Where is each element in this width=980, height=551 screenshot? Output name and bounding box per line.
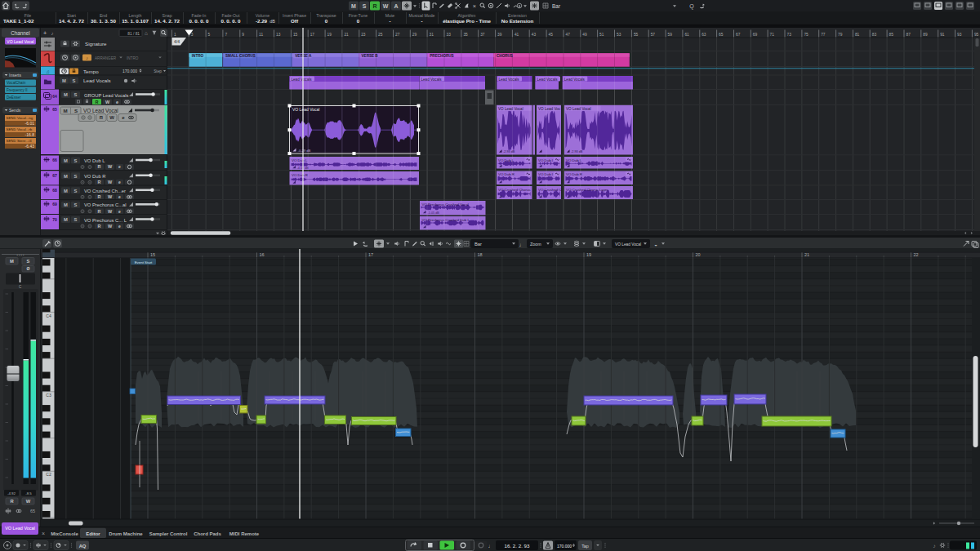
svg-text:51: 51 [599,32,604,36]
svg-text:Lead Vocals: Lead Vocals [499,77,520,81]
svg-text:21: 21 [804,252,809,257]
svg-text:W: W [105,99,110,104]
svg-text:0. 0. 0. 0: 0. 0. 0. 0 [220,18,241,24]
svg-text:20: 20 [696,252,701,257]
svg-text:Ø: Ø [26,266,29,271]
svg-text:Event Start: Event Start [135,260,153,264]
svg-text:SEND Vocal...rb: SEND Vocal...rb [7,127,33,131]
svg-text:×: × [473,2,476,10]
svg-text:VO Crushed Ch...er: VO Crushed Ch...er [84,188,126,193]
svg-text:S: S [74,202,78,207]
svg-text:Signature: Signature [85,41,107,47]
svg-text:14. 4. 2. 72: 14. 4. 2. 72 [154,18,180,24]
svg-text:Zoom: Zoom [530,242,541,247]
svg-text:M: M [64,188,68,193]
svg-text:VO Dub R: VO Dub R [292,172,308,176]
svg-text:19: 19 [327,32,332,36]
svg-text:C4: C4 [46,313,51,318]
svg-text:170.000: 170.000 [122,69,137,73]
svg-text:5: 5 [208,32,211,36]
svg-text:13: 13 [276,32,281,36]
svg-text:Tempo: Tempo [83,68,99,73]
svg-text:69: 69 [753,32,758,36]
svg-text:-2.93 dB: -2.93 dB [503,150,515,153]
svg-text:15: 15 [150,252,155,257]
svg-text:Off: Off [291,18,299,24]
svg-text:59: 59 [668,32,673,36]
svg-text:PRECHORUS: PRECHORUS [430,54,453,58]
svg-text:VO Dub I: VO Dub I [538,172,553,176]
svg-text:VO Dub L: VO Dub L [566,158,582,162]
svg-text:Frequency II: Frequency II [7,87,28,91]
svg-text:0: 0 [325,18,328,24]
svg-text:R: R [98,208,101,213]
svg-text:49: 49 [582,32,587,36]
svg-text:Sends: Sends [9,108,21,113]
svg-text:3: 3 [191,32,194,36]
svg-text:VO Lead Voc: VO Lead Voc [538,106,561,110]
svg-text:43: 43 [532,32,537,36]
svg-text:e: e [118,194,121,199]
svg-text:87: 87 [906,32,911,36]
svg-text:MIDI Remote: MIDI Remote [229,531,260,536]
svg-text:73: 73 [787,32,792,36]
svg-text:91: 91 [940,32,945,36]
svg-text:-8.5: -8.5 [25,491,32,495]
svg-text:95: 95 [974,32,979,36]
svg-text:0: 0 [357,18,360,24]
svg-text:M: M [10,259,14,264]
svg-text:W: W [108,194,113,199]
svg-text:♪: ♪ [933,543,935,549]
svg-text:DeEsser: DeEsser [7,95,21,99]
svg-text:66: 66 [52,158,57,162]
svg-text:M: M [64,92,68,97]
svg-text:ARRANGER: ARRANGER [95,56,117,60]
svg-text:75: 75 [804,32,808,36]
svg-text:Step: Step [154,69,162,73]
svg-text:AQ: AQ [79,544,87,549]
svg-text:Lead Vocals: Lead Vocals [83,78,111,83]
svg-text:W: W [109,115,114,120]
svg-text:33: 33 [447,32,452,36]
svg-text:S: S [74,108,78,113]
svg-text:♪: ♪ [51,30,54,35]
svg-text:Inserts: Inserts [9,73,22,78]
svg-text:VO Prechorus Crushed Dub L: VO Prechorus Crushed Dub L [422,217,470,221]
svg-text:C: C [19,285,22,289]
svg-text:170.000: 170.000 [557,544,572,549]
svg-text:-16.8: -16.8 [25,132,35,137]
svg-text:45: 45 [549,32,554,36]
svg-text:S: S [74,217,78,222]
svg-text:Lead Vocals: Lead Vocals [292,77,313,81]
svg-text:70: 70 [52,216,57,221]
svg-text:65: 65 [52,107,57,112]
svg-text:Lead Vocals: Lead Vocals [421,77,443,81]
svg-text:S: S [74,173,78,178]
svg-text:VO Lead Vocal: VO Lead Vocal [566,106,591,110]
svg-text:◒: ◒ [654,242,657,247]
svg-text:VO Dub R: VO Dub R [84,173,105,178]
svg-text:39: 39 [497,32,502,36]
svg-text:W: W [26,499,31,504]
svg-text:VO Lead Vocal: VO Lead Vocal [83,108,118,113]
svg-text:élastique Pro - Time: élastique Pro - Time [443,18,491,24]
svg-text:55: 55 [634,32,639,36]
svg-text:R: R [100,115,104,120]
svg-text:♪: ♪ [86,55,88,60]
svg-text:31: 31 [430,32,434,36]
svg-text:• • • •: • • • • [17,253,25,257]
svg-text:M: M [64,202,68,207]
svg-text:VO Lead Vocal: VO Lead Vocal [498,106,523,110]
svg-text:No Extension: No Extension [501,18,534,24]
svg-text:W: W [383,3,389,9]
svg-text:e: e [118,223,121,228]
svg-text:18: 18 [478,252,483,257]
svg-text:47: 47 [566,32,571,36]
svg-text:93: 93 [957,32,962,36]
svg-text:e: e [118,164,121,169]
svg-text:+: + [43,29,47,37]
svg-text:S: S [74,158,78,162]
svg-text:89: 89 [923,32,928,36]
svg-text:57: 57 [651,32,656,36]
svg-text:S: S [73,78,76,82]
